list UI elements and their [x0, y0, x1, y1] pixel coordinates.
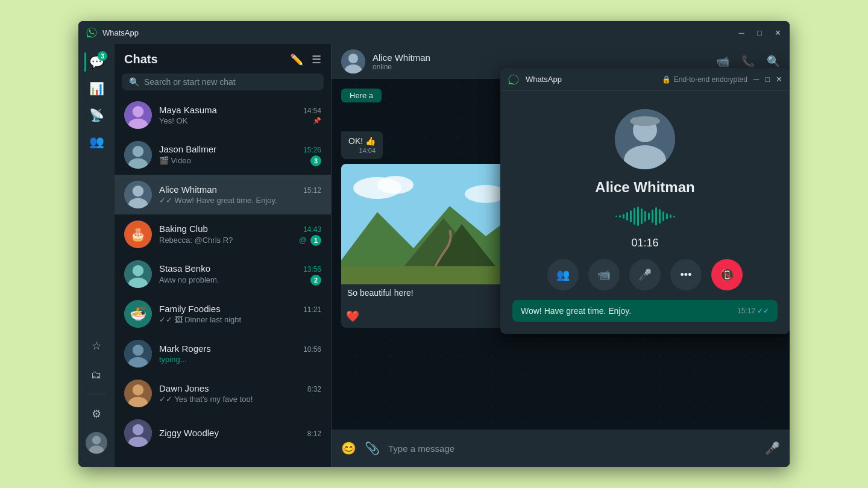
sidebar-item-settings[interactable]: ⚙: [84, 402, 108, 426]
chat-time: 14:54: [303, 107, 321, 115]
svg-point-1: [89, 446, 104, 454]
app-title: WhatsApp: [102, 28, 737, 37]
call-message-text: Wow! Have great time. Enjoy.: [521, 306, 631, 316]
phone-icon[interactable]: 📞: [741, 55, 755, 68]
new-chat-icon[interactable]: ✏️: [290, 53, 303, 66]
chat-preview: ✓✓ Wow! Have great time. Enjoy.: [159, 196, 321, 205]
sidebar-item-communities[interactable]: 👥: [84, 130, 108, 154]
emoji-icon[interactable]: 😊: [341, 441, 356, 455]
list-item[interactable]: Stasa Benko 13:56 Aww no problem. 2: [115, 254, 331, 294]
sidebar-item-chats[interactable]: 💬 3: [84, 50, 108, 74]
wave-bar: [637, 207, 639, 226]
call-avatar: [615, 109, 675, 169]
chat-list-panel: Chats ✏️ ☰ 🔍 Maya Kasum: [115, 44, 332, 467]
svg-point-14: [133, 265, 143, 276]
message-time: 14:04: [348, 147, 376, 154]
sidebar-top-icons: 💬 3 📊 📡 👥: [84, 50, 108, 330]
chat-info: Baking Club 14:43 Rebecca: @Chris R? @ 1: [159, 224, 321, 246]
list-item[interactable]: Ziggy Woodley 8:12: [115, 413, 331, 453]
list-item[interactable]: Dawn Jones 8:32 ✓✓ Yes that's my fave to…: [115, 374, 331, 413]
search-chat-icon[interactable]: 🔍: [767, 55, 780, 68]
chat-header-avatar[interactable]: [341, 49, 365, 74]
chat-preview: typing...: [159, 355, 321, 364]
add-participant-button[interactable]: 👥: [547, 259, 579, 290]
settings-icon: ⚙: [92, 407, 101, 421]
sidebar-item-channels[interactable]: 📡: [84, 103, 108, 127]
double-check-icon: ✓✓: [757, 307, 769, 315]
window-controls: ─ □ ✕: [737, 28, 782, 37]
end-call-button[interactable]: 📵: [711, 259, 743, 290]
list-item[interactable]: Jason Ballmer 15:26 🎬 Video 3: [115, 135, 331, 175]
sidebar-item-starred[interactable]: ☆: [84, 334, 108, 358]
call-close-button[interactable]: ✕: [776, 75, 782, 84]
chat-info: Stasa Benko 13:56 Aww no problem. 2: [159, 263, 321, 286]
wave-bar: [619, 215, 621, 217]
avatar: [124, 141, 152, 169]
wave-bar: [626, 212, 628, 221]
more-icon: •••: [681, 269, 692, 281]
call-minimize-button[interactable]: ─: [753, 75, 759, 84]
video-toggle-button[interactable]: 📹: [588, 259, 620, 290]
chat-info: Jason Ballmer 15:26 🎬 Video 3: [159, 144, 321, 166]
chat-time: 13:56: [303, 265, 321, 274]
microphone-icon[interactable]: 🎤: [765, 441, 780, 455]
minimize-button[interactable]: ─: [737, 28, 746, 37]
unread-badge: 2: [310, 275, 321, 286]
add-participant-icon: 👥: [556, 268, 570, 281]
avatar: [124, 380, 152, 407]
call-maximize-button[interactable]: □: [765, 75, 770, 84]
sidebar-item-status[interactable]: 📊: [84, 77, 108, 101]
chat-list-header-icons: ✏️ ☰: [290, 53, 321, 66]
icon-sidebar: 💬 3 📊 📡 👥 ☆ 🗂: [78, 44, 115, 467]
menu-icon[interactable]: ☰: [312, 53, 321, 66]
avatar: [124, 419, 152, 447]
video-call-icon[interactable]: 📹: [716, 55, 729, 68]
svg-point-6: [133, 146, 143, 157]
sidebar-item-archived[interactable]: 🗂: [84, 363, 108, 387]
attachment-icon[interactable]: 📎: [365, 441, 380, 455]
svg-point-19: [133, 345, 143, 355]
title-bar: WhatsApp ─ □ ✕: [78, 21, 790, 44]
chat-preview: Yes! OK: [159, 116, 310, 125]
call-overlay: WhatsApp 🔒 End-to-end endcrypted ─ □ ✕: [500, 68, 790, 334]
chat-name: Family Foodies: [159, 304, 221, 314]
list-item[interactable]: Alice Whitman 15:12 ✓✓ Wow! Have great t…: [115, 175, 331, 214]
message-input[interactable]: [388, 443, 756, 454]
list-item[interactable]: 🍜 Family Foodies 11:21 ✓✓ 🖼 Dinner last …: [115, 294, 331, 334]
wave-bar: [666, 213, 668, 219]
star-icon: ☆: [92, 339, 101, 352]
close-button[interactable]: ✕: [773, 28, 782, 37]
chat-name: Stasa Benko: [159, 263, 210, 274]
sidebar-item-profile[interactable]: [84, 431, 108, 455]
chat-time: 15:26: [303, 146, 321, 154]
maximize-button[interactable]: □: [755, 28, 764, 37]
wave-bar: [659, 209, 661, 224]
at-badge: @: [299, 236, 307, 245]
archive-icon: 🗂: [91, 369, 102, 381]
svg-point-22: [133, 384, 143, 395]
wave-bar: [648, 213, 650, 220]
svg-point-9: [133, 186, 143, 196]
chat-main: Alice Whitman online 📹 📞 🔍 Here a OK! 👍 …: [332, 44, 790, 467]
list-item[interactable]: 🎂 Baking Club 14:43 Rebecca: @Chris R? @…: [115, 214, 331, 254]
call-content: Alice Whitman 01:16 👥 📹: [500, 91, 790, 334]
list-item[interactable]: Maya Kasuma 14:54 Yes! OK 📌: [115, 95, 331, 135]
wave-bar: [641, 208, 643, 224]
mute-button[interactable]: 🎤: [629, 259, 661, 290]
search-input[interactable]: [144, 77, 316, 87]
sidebar-bottom-icons: ☆ 🗂 ⚙: [84, 334, 108, 461]
chat-header-actions: 📹 📞 🔍: [716, 55, 780, 68]
chat-name: Alice Whitman: [159, 184, 217, 195]
chat-preview: ✓✓ Yes that's my fave too!: [159, 395, 321, 404]
chats-badge: 3: [98, 51, 107, 61]
svg-point-32: [377, 176, 414, 194]
chat-time: 10:56: [303, 345, 321, 354]
wave-bar: [673, 216, 675, 217]
list-item[interactable]: Mark Rogers 10:56 typing...: [115, 334, 331, 374]
chat-name: Ziggy Woodley: [159, 428, 219, 438]
chat-info: Mark Rogers 10:56 typing...: [159, 343, 321, 364]
more-options-button[interactable]: •••: [670, 259, 702, 290]
chat-info: Family Foodies 11:21 ✓✓ 🖼 Dinner last ni…: [159, 304, 321, 324]
call-overlay-controls: ─ □ ✕: [753, 75, 782, 84]
svg-rect-42: [632, 117, 658, 122]
